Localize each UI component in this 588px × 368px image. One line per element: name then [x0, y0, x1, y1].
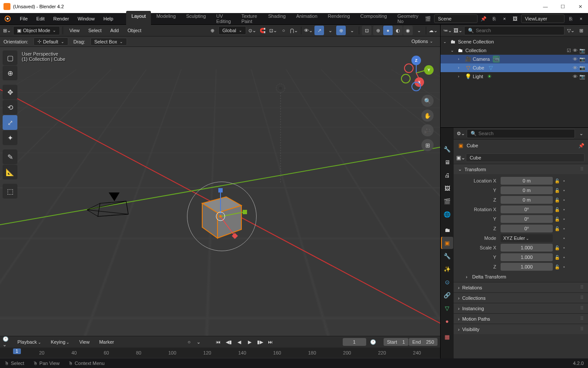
xray-toggle-icon[interactable]: ⊡	[362, 26, 371, 35]
rotate-tool[interactable]: ⟲	[3, 100, 17, 115]
tree-item-cube[interactable]: › ▽ Cube ▽ 👁📷	[441, 63, 588, 72]
zoom-icon[interactable]: 🔍	[421, 95, 434, 107]
expand-icon[interactable]: ›	[466, 274, 468, 279]
animate-dot-icon[interactable]: •	[563, 197, 567, 202]
timeline-keying[interactable]: Keying	[47, 338, 74, 346]
show-gizmo-icon[interactable]: ↗	[314, 26, 324, 35]
animate-dot-icon[interactable]: •	[563, 226, 567, 231]
eye-icon[interactable]: 👁	[573, 48, 578, 53]
tool-orientation-dropdown[interactable]: ⊹Default	[33, 37, 68, 46]
expand-icon[interactable]: ›	[458, 66, 463, 70]
prop-tab-output[interactable]: 🖨	[441, 169, 453, 181]
blender-logo-icon[interactable]	[2, 13, 12, 24]
move-tool[interactable]: ✥	[3, 85, 17, 99]
lock-icon[interactable]: 🔓	[555, 188, 561, 193]
header-view[interactable]: View	[66, 27, 83, 34]
new-collection-icon[interactable]: ⊞	[577, 26, 585, 35]
render-region-icon[interactable]: ☁⌄	[429, 26, 438, 35]
transform-orientation-icon[interactable]: ⊕	[208, 26, 217, 35]
scale-tool[interactable]: ⤢	[3, 115, 17, 130]
timeline-playback[interactable]: Playback	[14, 338, 45, 346]
editor-type-icon[interactable]: ⊞⌄	[3, 26, 11, 35]
lock-icon[interactable]: 🔓	[555, 207, 561, 212]
collapse-icon[interactable]: ⌄	[443, 40, 448, 44]
perspective-toggle-icon[interactable]: ⊞	[421, 139, 434, 151]
current-frame-input[interactable]: 1	[343, 338, 366, 346]
options-dropdown[interactable]: Options	[408, 37, 437, 45]
jump-end-icon[interactable]: ⏭	[266, 338, 275, 346]
outliner-search-input[interactable]: 🔍 Search	[464, 26, 565, 35]
scale-y-input[interactable]: 1.000	[501, 253, 553, 261]
prop-tab-scene[interactable]: 🎬	[441, 195, 453, 207]
drag-handle-icon[interactable]: ⠿	[580, 166, 584, 172]
tab-texture-paint[interactable]: Texture Paint	[236, 11, 263, 27]
shading-wireframe-icon[interactable]: ⊕	[373, 26, 383, 35]
lock-icon[interactable]: 🔓	[555, 255, 561, 260]
prop-tab-tool[interactable]: 🔧	[441, 143, 453, 155]
light-data-icon[interactable]: ☀	[486, 73, 493, 80]
collections-panel-header[interactable]: ›Collections⠿	[454, 293, 588, 303]
nav-y-axis[interactable]: Y	[424, 65, 434, 75]
pivot-point-icon[interactable]: ⊙⌄	[248, 26, 257, 35]
prop-tab-material[interactable]: ●	[441, 315, 453, 327]
breadcrumb-item[interactable]: Cube	[467, 143, 478, 148]
tab-uv-editing[interactable]: UV Editing	[211, 11, 236, 27]
pin-icon[interactable]: 📌	[578, 143, 585, 149]
rotation-y-input[interactable]: 0°	[501, 215, 553, 223]
timeline-marker[interactable]: Marker	[96, 338, 117, 346]
eye-icon[interactable]: 👁	[573, 74, 578, 80]
object-name-input[interactable]: Cube	[466, 153, 585, 162]
animate-dot-icon[interactable]: •	[563, 255, 567, 260]
viewlayer-browse-icon[interactable]: 🖼	[511, 14, 519, 23]
scene-name-field[interactable]: Scene	[434, 14, 478, 23]
add-cube-tool[interactable]: ⬚	[3, 184, 17, 199]
mesh-data-icon[interactable]: ▽	[487, 64, 494, 71]
properties-options-icon[interactable]: ⌄	[577, 129, 585, 138]
tab-layout[interactable]: Layout	[126, 11, 151, 27]
prop-tab-data[interactable]: ▽	[441, 302, 453, 314]
play-icon[interactable]: ▶	[245, 338, 254, 346]
animate-dot-icon[interactable]: •	[563, 245, 567, 250]
auto-keying-options-icon[interactable]: ⌄	[194, 338, 203, 346]
menu-edit[interactable]: Edit	[32, 14, 49, 23]
prop-tab-world[interactable]: 🌐	[441, 208, 453, 220]
play-reverse-icon[interactable]: ◀	[234, 338, 244, 346]
tab-compositing[interactable]: Compositing	[355, 11, 392, 27]
camera-object[interactable]	[85, 190, 141, 229]
transform-panel-header[interactable]: ⌄ Transform ⠿	[454, 164, 588, 174]
delta-transform-header[interactable]: Delta Transform	[472, 274, 506, 279]
tree-item-camera[interactable]: › 🎥 Camera 📹 👁📷	[441, 55, 588, 63]
preview-range-icon[interactable]: 🕐	[369, 338, 378, 346]
animate-dot-icon[interactable]: •	[563, 207, 567, 212]
nav-neg-z-axis[interactable]	[411, 82, 421, 91]
tab-rendering[interactable]: Rendering	[323, 11, 355, 27]
nav-neg-y-axis[interactable]	[401, 74, 411, 83]
snap-icon[interactable]: 🧲	[258, 26, 267, 35]
camera-icon[interactable]: 📷	[579, 56, 585, 62]
eye-icon[interactable]: 👁	[573, 65, 578, 71]
relations-panel-header[interactable]: ›Relations⠿	[454, 282, 588, 292]
prop-tab-viewlayer[interactable]: 🖼	[441, 182, 453, 194]
overlay-options-icon[interactable]: ⌄	[347, 26, 356, 35]
lock-icon[interactable]: 🔓	[555, 226, 561, 231]
maximize-button[interactable]: ☐	[558, 4, 567, 10]
end-frame-input[interactable]: End250	[409, 338, 438, 346]
tab-shading[interactable]: Shading	[263, 11, 291, 27]
camera-view-icon[interactable]: 🎥	[421, 124, 434, 136]
cursor-tool[interactable]: ⊕	[3, 66, 17, 80]
outliner-editor-type-icon[interactable]: ≔⌄	[443, 26, 452, 35]
menu-file[interactable]: File	[16, 14, 32, 23]
lock-icon[interactable]: 🔓	[555, 245, 561, 250]
pin-scene-icon[interactable]: 📌	[479, 14, 488, 23]
keyframe-prev-icon[interactable]: ◀▮	[224, 338, 234, 346]
expand-icon[interactable]: ›	[458, 74, 463, 79]
select-box-tool[interactable]: ▢	[3, 50, 17, 65]
shading-material-icon[interactable]: ◐	[393, 26, 403, 35]
lock-icon[interactable]: 🔓	[555, 217, 561, 222]
tree-scene-collection[interactable]: ⌄ 🖿 Scene Collection	[441, 37, 588, 46]
prop-tab-constraints[interactable]: 🔗	[441, 289, 453, 301]
timeline-editor-type-icon[interactable]: 🕐⌄	[3, 338, 11, 346]
proportional-edit-icon[interactable]: ○	[279, 26, 288, 35]
scale-z-input[interactable]: 1.000	[501, 263, 553, 271]
prop-tab-object[interactable]: ▣	[441, 237, 453, 249]
